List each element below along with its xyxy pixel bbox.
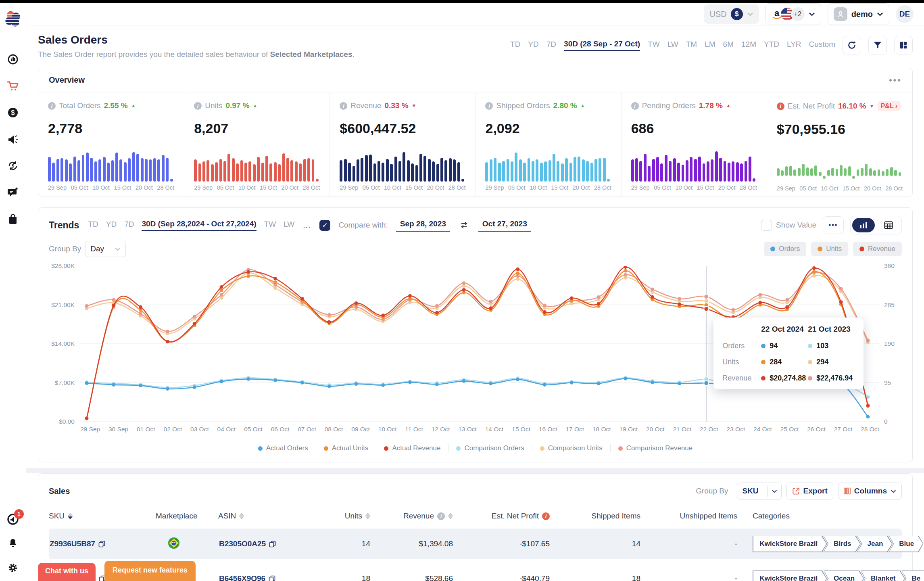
- trends-tab-lw[interactable]: LW: [284, 220, 294, 230]
- pl-link-badge[interactable]: P&L ›: [878, 101, 901, 111]
- info-icon[interactable]: i: [48, 102, 56, 110]
- currency-selector[interactable]: USD $: [704, 4, 759, 24]
- legend-item-actual-units[interactable]: Actual Units: [316, 444, 376, 452]
- reimbursements-icon[interactable]: $: [7, 160, 19, 172]
- table-view-button[interactable]: [877, 218, 900, 232]
- category-chip[interactable]: KwickStore Brazil: [753, 571, 827, 581]
- range-tab-lm[interactable]: LM: [705, 40, 715, 50]
- refresh-button[interactable]: [843, 36, 861, 54]
- kpi-card-units[interactable]: iUnits0.97 %▲8,20729 Sep05 Oct10 Oct15 O…: [184, 92, 330, 196]
- category-chip[interactable]: Be: [901, 571, 924, 581]
- column-header-asin[interactable]: ASIN: [218, 512, 339, 520]
- sort-icon[interactable]: [448, 513, 453, 519]
- chart-plot-area[interactable]: 22 Oct 202421 Oct 2023Orders94103Units28…: [80, 266, 879, 422]
- asin-cell[interactable]: B6456X9Q96: [218, 574, 339, 581]
- range-tab-yd[interactable]: YD: [528, 40, 538, 50]
- trends-tabs-overflow-button[interactable]: …: [302, 221, 311, 230]
- trends-tab-7d[interactable]: 7D: [124, 220, 134, 230]
- legend-item-actual-revenue[interactable]: Actual Revenue: [376, 444, 448, 452]
- filter-button[interactable]: [868, 36, 887, 54]
- column-header-unshipped-items[interactable]: Unshipped Items: [656, 512, 753, 520]
- range-tab-6m[interactable]: 6M: [723, 40, 734, 50]
- info-icon[interactable]: i: [340, 102, 347, 110]
- export-button[interactable]: Export: [786, 483, 833, 499]
- category-chip[interactable]: KwickStore Brazil: [753, 536, 827, 552]
- products-icon[interactable]: [7, 213, 19, 225]
- range-tab-12m[interactable]: 12M: [741, 40, 756, 50]
- info-icon[interactable]: i: [437, 512, 445, 520]
- dashboard-icon[interactable]: [7, 53, 19, 65]
- info-icon[interactable]: i: [194, 102, 202, 110]
- finance-icon[interactable]: $: [7, 107, 19, 119]
- info-icon[interactable]: i: [777, 102, 784, 110]
- table-row[interactable]: Z9936U5B87B2305O0A2514$1,394.08-$107.651…: [49, 529, 902, 559]
- sales-orders-icon[interactable]: [7, 80, 19, 92]
- legend-item-comparison-orders[interactable]: Comparison Orders: [448, 444, 532, 452]
- sort-icon[interactable]: [239, 513, 244, 519]
- series-chip-units[interactable]: Units: [811, 242, 848, 256]
- user-menu[interactable]: demo: [828, 3, 889, 25]
- column-header-categories[interactable]: Categories: [753, 512, 902, 520]
- notifications-bell-icon[interactable]: [7, 537, 19, 550]
- range-tab-td[interactable]: TD: [510, 40, 520, 50]
- asin-cell[interactable]: B2305O0A25: [218, 539, 339, 548]
- copy-icon[interactable]: [269, 541, 276, 548]
- kpi-card-shipped-orders[interactable]: iShipped Orders2.80 %▲2,09229 Sep05 Oct1…: [475, 92, 621, 196]
- show-value-toggle[interactable]: Show Value: [761, 220, 816, 231]
- trends-tab-30d[interactable]: 30D (Sep 28,2024 - Oct 27,2024): [142, 219, 256, 231]
- legend-item-comparison-units[interactable]: Comparison Units: [532, 444, 610, 452]
- range-tab-lyr[interactable]: LYR: [787, 40, 801, 50]
- column-header-marketplace[interactable]: Marketplace: [156, 512, 218, 520]
- range-tab-30d[interactable]: 30D (28 Sep - 27 Oct): [564, 40, 640, 51]
- column-header-units[interactable]: Units: [339, 512, 386, 520]
- legend-item-comparison-revenue[interactable]: Comparison Revenue: [610, 444, 700, 452]
- range-tab-tm[interactable]: TM: [686, 40, 697, 50]
- overview-menu-button[interactable]: •••: [889, 78, 902, 82]
- advertising-icon[interactable]: [7, 133, 19, 145]
- marketplace-selector[interactable]: a +2: [765, 3, 821, 25]
- column-header-shipped-items[interactable]: Shipped Items: [565, 512, 656, 520]
- kpi-card-pending-orders[interactable]: iPending Orders1.78 %▲68629 Sep05 Oct10 …: [621, 92, 767, 196]
- columns-button[interactable]: Columns: [838, 483, 902, 499]
- compare-checkbox[interactable]: ✓: [319, 220, 330, 231]
- series-chip-orders[interactable]: Orders: [764, 242, 806, 256]
- kpi-card-revenue[interactable]: iRevenue0.33 %▼$600,447.5229 Sep05 Oct10…: [330, 92, 475, 196]
- info-icon[interactable]: i: [485, 102, 493, 110]
- trends-menu-button[interactable]: •••: [823, 216, 844, 234]
- trends-tab-tw[interactable]: TW: [264, 220, 276, 230]
- request-features-button[interactable]: Request new features: [104, 561, 196, 581]
- category-chip[interactable]: Birds: [824, 536, 861, 552]
- category-chip[interactable]: Blue: [889, 536, 924, 552]
- range-tab-ytd[interactable]: YTD: [764, 40, 779, 50]
- compare-to-date[interactable]: Oct 27, 2023: [478, 219, 531, 232]
- sort-icon[interactable]: [365, 513, 370, 519]
- kpi-card-total-orders[interactable]: iTotal Orders2.55 %▲2,77829 Sep05 Oct10 …: [38, 92, 184, 196]
- info-icon[interactable]: i: [542, 512, 550, 520]
- layout-columns-button[interactable]: [894, 36, 913, 54]
- range-tab-custom[interactable]: Custom: [809, 40, 835, 50]
- kpi-card-est-net-profit[interactable]: iEst. Net Profit16.10 %▼P&L ›$70,955.162…: [767, 92, 912, 196]
- app-logo[interactable]: [4, 10, 22, 30]
- copy-icon[interactable]: [269, 575, 275, 581]
- reviews-icon[interactable]: ★: [7, 186, 19, 199]
- trends-tab-yd[interactable]: YD: [106, 220, 117, 230]
- trends-tab-td[interactable]: TD: [88, 220, 98, 230]
- chat-with-us-button[interactable]: Chat with us: [38, 563, 96, 581]
- column-header-revenue[interactable]: Revenuei: [386, 512, 468, 520]
- info-icon[interactable]: i: [631, 102, 639, 110]
- range-tab-7d[interactable]: 7D: [546, 40, 556, 50]
- swap-dates-icon[interactable]: [460, 222, 469, 229]
- settings-gear-icon[interactable]: [7, 562, 19, 574]
- sales-group-by-select[interactable]: SKU: [737, 483, 781, 499]
- range-tab-tw[interactable]: TW: [648, 40, 660, 50]
- column-header-est-net-profit[interactable]: Est. Net Profiti: [468, 512, 565, 520]
- category-chip[interactable]: Blanket: [861, 571, 905, 581]
- column-header-sku[interactable]: SKU: [49, 512, 156, 520]
- sort-icon[interactable]: [68, 513, 73, 519]
- compare-from-date[interactable]: Sep 28, 2023: [396, 219, 450, 232]
- category-chip[interactable]: Jean: [857, 536, 893, 552]
- category-chip[interactable]: Ocean: [824, 571, 864, 581]
- account-initials-avatar[interactable]: DE: [896, 5, 914, 23]
- chart-view-button[interactable]: [852, 218, 875, 232]
- group-by-select[interactable]: Day: [85, 241, 126, 257]
